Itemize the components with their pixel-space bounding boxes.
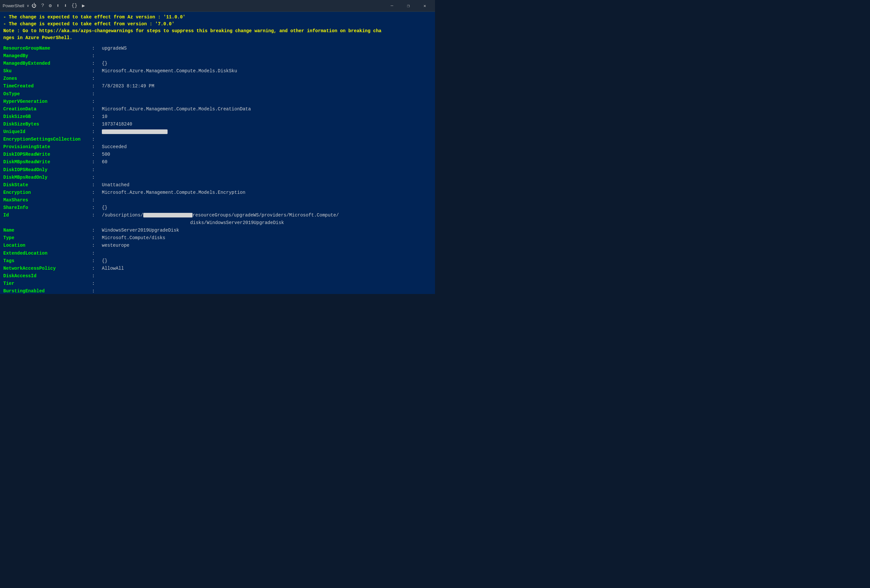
table-row: Tags : {} xyxy=(3,257,432,265)
table-row: UniqueId : xyxy=(3,128,432,135)
table-row: BurstingEnabled : xyxy=(3,287,432,294)
redacted-subscription-id xyxy=(143,213,192,217)
table-row: NetworkAccessPolicy : AllowAll xyxy=(3,265,432,272)
redacted-unique-id xyxy=(102,130,168,134)
properties-table: ResourceGroupName : upgradeWS ManagedBy … xyxy=(3,45,432,294)
power-icon[interactable]: ⏻ xyxy=(31,3,36,9)
table-row: DiskMBpsReadOnly : xyxy=(3,174,432,181)
table-row: DiskIOPSReadOnly : xyxy=(3,166,432,174)
table-row: DiskMBpsReadWrite : 60 xyxy=(3,158,432,166)
app-name: PowerShell xyxy=(3,3,24,8)
table-row: CreationData : Microsoft.Azure.Managemen… xyxy=(3,106,432,113)
title-bar-left: PowerShell ∨ ⏻ ? ⚙ ⬆ ⬇ {} ▶ xyxy=(3,3,85,9)
toolbar-icons: ⏻ ? ⚙ ⬆ ⬇ {} ▶ xyxy=(31,3,85,9)
table-row: Name : WindowsServer2019UpgradeDisk xyxy=(3,227,432,234)
title-bar: PowerShell ∨ ⏻ ? ⚙ ⬆ ⬇ {} ▶ — ❐ ✕ xyxy=(0,0,435,12)
table-row: DiskSizeBytes : 10737418240 xyxy=(3,121,432,128)
table-row: Encryption : Microsoft.Azure.Management.… xyxy=(3,189,432,196)
note-line: Note : Go to https://aka.ms/azps-changew… xyxy=(3,28,432,42)
table-row: Type : Microsoft.Compute/disks xyxy=(3,234,432,242)
table-row: DiskState : Unattached xyxy=(3,181,432,189)
table-row: Location : westeurope xyxy=(3,242,432,249)
table-row: ProvisioningState : Succeeded xyxy=(3,143,432,151)
table-row: Id : /subscriptions/ resourceGroups/upgr… xyxy=(3,211,432,227)
maximize-button[interactable]: ❐ xyxy=(401,1,416,11)
table-row: MaxShares : xyxy=(3,196,432,204)
window-controls: — ❐ ✕ xyxy=(384,1,432,11)
table-row: HyperVGeneration : xyxy=(3,98,432,106)
terminal-output: - The change is expected to take effect … xyxy=(0,12,435,294)
table-row: TimeCreated : 7/8/2023 8:12:49 PM xyxy=(3,82,432,90)
table-row: DiskIOPSReadWrite : 500 xyxy=(3,151,432,158)
dropdown-chevron-icon[interactable]: ∨ xyxy=(27,4,29,8)
close-button[interactable]: ✕ xyxy=(417,1,432,11)
settings-icon[interactable]: ⚙ xyxy=(49,3,52,9)
table-row: Zones : xyxy=(3,75,432,82)
minimize-button[interactable]: — xyxy=(384,1,399,11)
upload-icon[interactable]: ⬆ xyxy=(56,3,59,9)
table-row: DiskAccessId : xyxy=(3,272,432,280)
table-row: ResourceGroupName : upgradeWS xyxy=(3,45,432,52)
table-row: ManagedBy : xyxy=(3,52,432,60)
table-row: Tier : xyxy=(3,280,432,287)
warning-line-2: - The change is expected to take effect … xyxy=(3,21,432,28)
download-icon[interactable]: ⬇ xyxy=(64,3,67,9)
code-icon[interactable]: {} xyxy=(72,3,77,9)
help-icon[interactable]: ? xyxy=(41,3,44,9)
warning-line-1: - The change is expected to take effect … xyxy=(3,14,432,21)
run-icon[interactable]: ▶ xyxy=(82,3,85,9)
table-row: DiskSizeGB : 10 xyxy=(3,113,432,121)
table-row: Sku : Microsoft.Azure.Management.Compute… xyxy=(3,67,432,75)
table-row: ShareInfo : {} xyxy=(3,204,432,211)
table-row: EncryptionSettingsCollection : xyxy=(3,135,432,143)
table-row: OsType : xyxy=(3,90,432,98)
table-row: ExtendedLocation : xyxy=(3,250,432,257)
table-row: ManagedByExtended : {} xyxy=(3,60,432,67)
